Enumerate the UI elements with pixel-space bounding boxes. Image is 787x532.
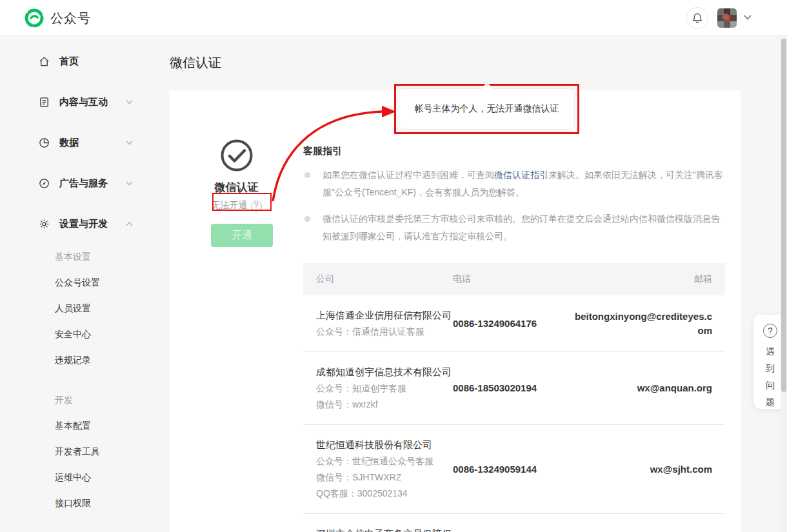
sidebar-section-gap [0,373,152,388]
sidebar-subitem-staff-settings[interactable]: 人员设置 [0,296,152,322]
sidebar-subitem-security-center[interactable]: 安全中心 [0,322,152,348]
guide-title: 客服指引 [303,145,725,157]
notifications-button[interactable] [686,7,708,29]
open-verification-button[interactable]: 开通 [211,224,273,247]
chevron-down-icon [125,99,134,105]
tooltip-text: 帐号主体为个人，无法开通微信认证 [415,103,559,115]
avatar[interactable] [717,8,737,28]
company-detail: 微信号：wxrzkf [316,397,453,411]
sidebar-subitem-label: 违规记录 [55,355,91,366]
company-name: 成都知道创宇信息技术有限公司 [316,365,453,379]
table-row: 深圳市众信电子商务交易保障促进中心 公众号：众信验证服务中心 QQ客服：4008… [303,514,725,532]
scrollbar[interactable] [781,36,787,532]
help-question-icon: ? [763,324,777,338]
sidebar-item-label: 首页 [59,55,79,68]
sidebar-item-label: 内容与互动 [59,96,108,108]
chevron-down-icon [125,140,134,146]
sidebar-subitem-label: 接口权限 [55,498,91,509]
gear-icon [39,219,50,230]
annotation-red-box: 帐号主体为个人，无法开通微信认证 [394,84,579,134]
top-header: 公众号 [0,0,787,36]
document-icon [39,97,50,108]
bell-icon [692,12,703,24]
guide-bullet-1: 如果您在微信认证过程中遇到困难，可查阅微信认证指引来解决。如果依旧无法解决，可关… [303,166,725,201]
sidebar-item-label: 广告与服务 [59,177,108,190]
sidebar-item-label: 数据 [59,137,79,149]
sidebar-subitem-label: 开发者工具 [55,446,100,458]
verification-guide-link[interactable]: 微信认证指引 [494,170,548,180]
sidebar-subitem-ops-center[interactable]: 运维中心 [0,465,152,491]
sidebar-subitem-label: 安全中心 [55,329,91,340]
company-name: 世纪恒通科技股份有限公司 [316,438,453,452]
brand-label: 公众号 [50,10,91,27]
sidebar-subitem-api-permissions[interactable]: 接口权限 [0,491,152,517]
phone-value: 0086-13249064176 [453,317,542,331]
chevron-down-icon [125,181,134,186]
check-circle-icon [220,139,254,172]
col-header-company: 公司 [303,273,453,285]
sidebar-subitem-label: 基本配置 [55,420,91,432]
sidebar-subitem-label: 公众号设置 [55,277,100,289]
guide-text: 微信认证的审核是委托第三方审核公司来审核的。您的订单在提交后会通过站内信和微信模… [323,213,720,241]
sidebar-subitem-basic-config[interactable]: 基本配置 [0,413,152,439]
sidebar-section-label-dev: 开发 [0,388,152,413]
col-header-phone: 电话 [453,273,569,285]
sidebar-section-label: 开发 [55,395,73,406]
sidebar-subitem-label: 人员设置 [55,303,91,315]
sidebar-item-home[interactable]: 首页 [0,41,152,82]
chevron-up-icon [125,221,134,227]
compass-icon [39,178,50,189]
scrollbar-thumb[interactable] [781,39,786,392]
pie-chart-icon [39,137,50,148]
sidebar-subitem-account-settings[interactable]: 公众号设置 [0,270,152,296]
sidebar-nav: 首页 内容与互动 数据 广告与服务 [0,36,152,532]
sidebar-subitem-label: 基本设置 [55,251,91,263]
audit-companies-table: 公司 电话 邮箱 上海倍通企业信用征信有限公司 公众号：倍通信用认证客服 008… [303,263,725,532]
sidebar-subitem-label: 运维中心 [55,472,91,484]
sidebar-item-settings-dev[interactable]: 设置与开发 [0,204,152,244]
brand-logo[interactable]: 公众号 [25,8,91,28]
verification-card: 微信认证 无法开通 ? 开通 客服指引 如果您在微信认证过程中遇到困难，可查阅微… [170,90,741,532]
company-detail: QQ客服：3002502134 [316,486,453,500]
account-menu-chevron-down-icon[interactable] [743,14,752,21]
company-name: 深圳市众信电子商务交易保障促进中心 [316,527,453,532]
company-detail: 微信号：SJHTWXRZ [316,470,453,484]
wechat-official-logo-icon [25,8,44,28]
sidebar-item-content[interactable]: 内容与互动 [0,82,152,123]
table-row: 上海倍通企业信用征信有限公司 公众号：倍通信用认证客服 0086-1324906… [303,295,725,352]
company-name: 上海倍通企业信用征信有限公司 [316,308,453,322]
phone-value: 0086-18503020194 [453,381,542,395]
sidebar-subitem-violation-records[interactable]: 违规记录 [0,348,152,373]
tooltip-bubble: 帐号主体为个人，无法开通微信认证 [399,88,575,130]
feedback-label: 遇到问题 [765,343,775,410]
sidebar-subitem-basic-settings[interactable]: 基本设置 [0,244,152,270]
table-row: 成都知道创宇信息技术有限公司 公众号：知道创宇客服 微信号：wxrzkf 008… [303,352,725,425]
tooltip-caret [481,83,493,95]
page-title: 微信认证 [170,54,221,72]
email-value: wx@anquan.org [569,381,712,395]
email-value: beitongxinyong@crediteyes.com [569,310,712,338]
sidebar-item-ads-services[interactable]: 广告与服务 [0,163,152,204]
col-header-email: 邮箱 [569,273,725,285]
sidebar-item-label: 设置与开发 [59,218,108,230]
email-value: wx@sjht.com [569,462,712,477]
company-detail: 公众号：知道创宇客服 [316,381,453,395]
annotation-status-red-box [212,193,272,211]
sidebar-subitem-dev-tools[interactable]: 开发者工具 [0,439,152,465]
company-detail: 公众号：世纪恒通公众号客服 [316,454,453,468]
phone-value: 0086-13249059144 [453,462,542,477]
guide-and-table-column: 客服指引 如果您在微信认证过程中遇到困难，可查阅微信认证指引来解决。如果依旧无法… [303,145,725,532]
guide-bullet-2: 微信认证的审核是委托第三方审核公司来审核的。您的订单在提交后会通过站内信和微信模… [303,210,725,245]
home-icon [39,56,50,67]
sidebar-item-data[interactable]: 数据 [0,123,152,163]
company-detail: 公众号：倍通信用认证客服 [316,324,453,339]
table-header-row: 公司 电话 邮箱 [303,263,725,295]
table-row: 世纪恒通科技股份有限公司 公众号：世纪恒通公众号客服 微信号：SJHTWXRZ … [303,425,725,514]
app-window: 公众号 首页 [0,0,787,532]
guide-text: 如果您在微信认证过程中遇到困难，可查阅 [323,170,494,180]
